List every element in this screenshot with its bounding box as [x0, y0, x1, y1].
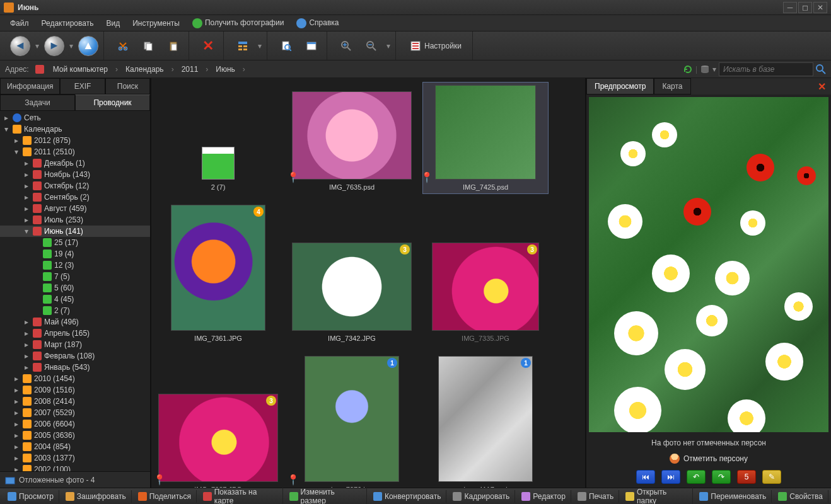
thumbnail[interactable]: 1img_4117.psd — [422, 353, 549, 488]
prev-rating-button[interactable]: 5 — [737, 470, 756, 484]
expander-icon[interactable]: ▸ — [13, 374, 20, 383]
zoom-out-button[interactable] — [360, 35, 383, 57]
bottombar-button[interactable]: Просмотр — [3, 490, 59, 503]
prev-first-button[interactable]: ⏮ — [636, 470, 655, 484]
tree-node[interactable]: 19 (4) — [0, 248, 150, 260]
thumbnail[interactable]: 3IMG_7335.JPG — [422, 239, 549, 345]
bottombar-button[interactable]: Изменить размер — [284, 486, 367, 505]
tree-node[interactable]: ▸2007 (5529) — [0, 407, 150, 418]
zoom-in-button[interactable] — [335, 35, 357, 57]
menu-file[interactable]: Файл — [5, 16, 34, 30]
bottombar-button[interactable]: Конвертировать — [368, 490, 447, 503]
maximize-button[interactable]: ◻ — [798, 2, 812, 13]
search-dropdown[interactable]: ▾ — [712, 65, 716, 74]
view-thumbnails-button[interactable] — [231, 35, 254, 57]
tree-node[interactable]: ▸Ноябрь (143) — [0, 169, 150, 180]
tree-node[interactable]: ▸Май (496) — [0, 316, 150, 328]
expander-icon[interactable]: ▾ — [23, 227, 30, 236]
tree-node[interactable]: ▸2004 (854) — [0, 441, 150, 452]
copy-button[interactable] — [137, 35, 160, 57]
paste-button[interactable] — [162, 35, 185, 57]
prev-next-button[interactable]: ⏭ — [661, 470, 680, 484]
refresh-icon[interactable] — [683, 64, 693, 74]
tag-person-action[interactable]: Отметить персону — [586, 451, 831, 466]
tree-node[interactable]: ▸Сентябрь (2) — [0, 192, 150, 203]
expander-icon[interactable]: ▸ — [23, 215, 30, 224]
search-icon[interactable] — [816, 64, 826, 74]
expander-icon[interactable]: ▾ — [13, 147, 20, 156]
prev-rotate-right-button[interactable]: ↷ — [712, 470, 731, 484]
tree-node[interactable]: ▸2002 (100) — [0, 464, 150, 471]
crumb-1[interactable]: Календарь — [123, 64, 166, 75]
expander-icon[interactable]: ▸ — [23, 318, 30, 326]
crumb-2[interactable]: 2011 — [179, 64, 201, 75]
tree-node[interactable]: ▾Июнь (141) — [0, 226, 150, 237]
tree-node[interactable]: ▸Март (187) — [0, 339, 150, 350]
tree-node[interactable]: 12 (3) — [0, 260, 150, 271]
menu-edit[interactable]: Редактировать — [37, 16, 99, 30]
expander-icon[interactable]: ▸ — [13, 408, 20, 417]
tree-node[interactable]: ▸Октябрь (12) — [0, 180, 150, 192]
thumbnail[interactable]: 2 (7) — [155, 144, 281, 194]
expander-icon[interactable]: ▸ — [23, 204, 30, 213]
bottombar-button[interactable]: Свойства — [773, 490, 828, 503]
preview-image[interactable] — [589, 97, 828, 432]
prev-rotate-left-button[interactable]: ↶ — [687, 470, 706, 484]
tree-node[interactable]: ▸2003 (1377) — [0, 452, 150, 464]
nav-up-button[interactable]: ▲ — [77, 35, 100, 57]
tree-node[interactable]: ▸Июль (253) — [0, 214, 150, 226]
expander-icon[interactable]: ▸ — [23, 159, 30, 168]
thumbnail-area[interactable]: 2 (7)📍IMG_7635.psd📍IMG_7425.psd4IMG_7361… — [151, 78, 585, 488]
tree-node[interactable]: 5 (60) — [0, 282, 150, 294]
expander-icon[interactable]: ▸ — [13, 136, 20, 145]
preview-tab-preview[interactable]: Предпросмотр — [586, 78, 654, 94]
expander-icon[interactable]: ▸ — [13, 431, 20, 440]
expander-icon[interactable]: ▸ — [13, 420, 20, 428]
tree-node[interactable]: 7 (5) — [0, 271, 150, 282]
nav-back-button[interactable]: ◄ — [9, 35, 32, 57]
menu-tools[interactable]: Инструменты — [127, 16, 185, 30]
tree-node[interactable]: ▾Календарь — [0, 123, 150, 135]
tab-tasks[interactable]: Задачи — [0, 94, 75, 111]
tab-explorer[interactable]: Проводник — [75, 94, 150, 111]
preview-close-button[interactable]: ✕ — [813, 79, 831, 94]
tree-node[interactable]: ▸2010 (1454) — [0, 373, 150, 384]
expander-icon[interactable]: ▸ — [23, 363, 30, 372]
thumbnail[interactable]: 4IMG_7361.JPG — [155, 202, 281, 345]
expander-icon[interactable]: ▸ — [13, 397, 20, 406]
thumbnail[interactable]: 3📍IMG_7337.JPG — [155, 391, 281, 488]
prev-edit-button[interactable]: ✎ — [762, 470, 781, 484]
thumbnail[interactable]: 1📍img_7979.jpg — [289, 353, 415, 488]
tree-node[interactable]: ▸Апрель (165) — [0, 328, 150, 339]
tree-node[interactable]: ▸Август (459) — [0, 203, 150, 214]
expander-icon[interactable]: ▸ — [23, 193, 30, 202]
tree-node[interactable]: 2 (7) — [0, 305, 150, 316]
tab-search[interactable]: Поиск — [105, 78, 150, 94]
view-dropdown[interactable]: ▾ — [257, 42, 263, 50]
tree-node[interactable]: ▸2012 (875) — [0, 135, 150, 146]
preview-button[interactable] — [275, 35, 298, 57]
tab-info[interactable]: Информация — [0, 78, 60, 94]
bottombar-button[interactable]: Зашифровать — [61, 490, 132, 503]
expander-icon[interactable]: ▸ — [23, 352, 30, 360]
tree-node[interactable]: 25 (17) — [0, 237, 150, 248]
bottombar-button[interactable]: Печать — [572, 490, 619, 503]
bottombar-button[interactable]: Открыть папку — [620, 486, 693, 505]
nav-back-dropdown[interactable]: ▾ — [34, 42, 40, 50]
tree-node[interactable]: ▸2006 (6604) — [0, 418, 150, 430]
menu-view[interactable]: Вид — [101, 16, 125, 30]
expander-icon[interactable]: ▸ — [13, 454, 20, 462]
expander-icon[interactable]: ▸ — [13, 386, 20, 394]
tree-node[interactable]: ▸Январь (543) — [0, 362, 150, 373]
crumb-3[interactable]: Июнь — [213, 64, 238, 75]
tree-node[interactable]: 4 (45) — [0, 294, 150, 305]
database-icon[interactable] — [700, 64, 710, 74]
menu-getphotos[interactable]: Получить фотографии — [187, 16, 289, 31]
tree-node[interactable]: ▸Февраль (108) — [0, 350, 150, 362]
close-button[interactable]: ✕ — [813, 2, 827, 13]
bottombar-button[interactable]: Поделиться — [133, 490, 197, 503]
expander-icon[interactable]: ▸ — [13, 465, 20, 471]
tree-node[interactable]: ▸2008 (2414) — [0, 396, 150, 407]
tree-node[interactable]: ▾2011 (2510) — [0, 146, 150, 158]
settings-button[interactable]: Настройки — [404, 35, 468, 57]
